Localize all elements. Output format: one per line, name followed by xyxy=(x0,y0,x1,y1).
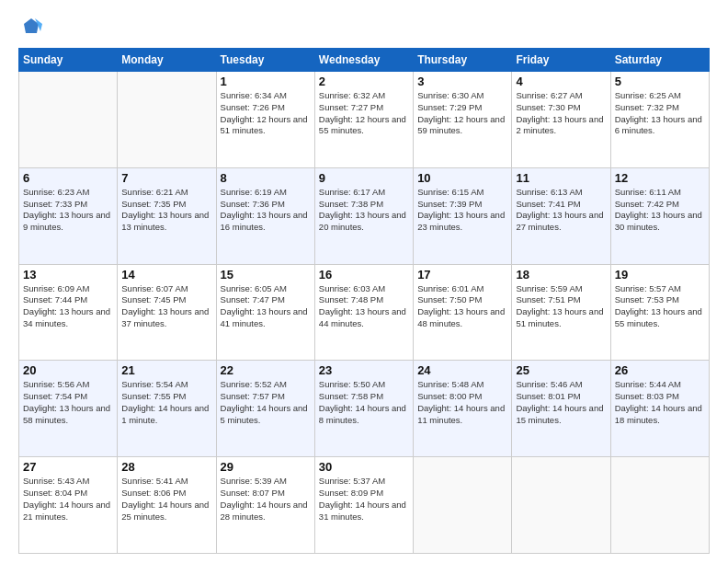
calendar-cell: 17Sunrise: 6:01 AM Sunset: 7:50 PM Dayli… xyxy=(414,264,512,361)
day-info: Sunrise: 5:43 AM Sunset: 8:04 PM Dayligh… xyxy=(23,476,113,523)
header xyxy=(18,15,710,40)
calendar-cell: 13Sunrise: 6:09 AM Sunset: 7:44 PM Dayli… xyxy=(19,264,118,361)
logo-icon xyxy=(18,15,44,40)
day-number: 26 xyxy=(615,363,705,377)
weekday-header-saturday: Saturday xyxy=(610,49,709,72)
calendar-cell: 20Sunrise: 5:56 AM Sunset: 7:54 PM Dayli… xyxy=(19,361,118,457)
calendar-week-row: 13Sunrise: 6:09 AM Sunset: 7:44 PM Dayli… xyxy=(19,264,710,361)
day-info: Sunrise: 5:39 AM Sunset: 8:07 PM Dayligh… xyxy=(221,476,311,523)
day-number: 5 xyxy=(615,75,705,88)
calendar-cell: 28Sunrise: 5:41 AM Sunset: 8:06 PM Dayli… xyxy=(118,457,216,554)
day-number: 10 xyxy=(417,171,507,185)
weekday-header-wednesday: Wednesday xyxy=(314,49,413,72)
day-info: Sunrise: 6:11 AM Sunset: 7:42 PM Dayligh… xyxy=(615,187,705,234)
day-number: 22 xyxy=(221,363,311,377)
day-info: Sunrise: 6:15 AM Sunset: 7:39 PM Dayligh… xyxy=(417,187,507,234)
day-info: Sunrise: 5:41 AM Sunset: 8:06 PM Dayligh… xyxy=(121,476,211,523)
day-number: 24 xyxy=(417,363,507,377)
weekday-header-monday: Monday xyxy=(118,49,216,72)
calendar-cell: 8Sunrise: 6:19 AM Sunset: 7:36 PM Daylig… xyxy=(216,167,314,264)
day-number: 3 xyxy=(417,75,507,88)
day-info: Sunrise: 6:32 AM Sunset: 7:27 PM Dayligh… xyxy=(319,90,409,137)
day-info: Sunrise: 6:30 AM Sunset: 7:29 PM Dayligh… xyxy=(417,90,507,137)
calendar-cell: 5Sunrise: 6:25 AM Sunset: 7:32 PM Daylig… xyxy=(610,72,709,168)
day-number: 23 xyxy=(319,363,409,377)
day-info: Sunrise: 5:50 AM Sunset: 7:58 PM Dayligh… xyxy=(319,379,409,426)
day-info: Sunrise: 6:03 AM Sunset: 7:48 PM Dayligh… xyxy=(319,283,409,330)
day-number: 20 xyxy=(23,363,113,377)
calendar-cell xyxy=(610,457,709,554)
day-number: 11 xyxy=(516,171,606,185)
day-info: Sunrise: 6:25 AM Sunset: 7:32 PM Dayligh… xyxy=(615,90,705,137)
day-number: 25 xyxy=(516,363,606,377)
day-number: 1 xyxy=(221,75,311,88)
calendar-cell: 7Sunrise: 6:21 AM Sunset: 7:35 PM Daylig… xyxy=(118,167,216,264)
day-number: 18 xyxy=(516,268,606,282)
day-info: Sunrise: 6:05 AM Sunset: 7:47 PM Dayligh… xyxy=(221,283,311,330)
day-info: Sunrise: 5:54 AM Sunset: 7:55 PM Dayligh… xyxy=(121,379,211,426)
calendar-cell: 15Sunrise: 6:05 AM Sunset: 7:47 PM Dayli… xyxy=(216,264,314,361)
day-number: 9 xyxy=(319,171,409,185)
calendar-cell xyxy=(118,72,216,168)
day-info: Sunrise: 5:59 AM Sunset: 7:51 PM Dayligh… xyxy=(516,283,606,330)
day-number: 14 xyxy=(121,268,211,282)
calendar-cell: 26Sunrise: 5:44 AM Sunset: 8:03 PM Dayli… xyxy=(610,361,709,457)
day-info: Sunrise: 6:23 AM Sunset: 7:33 PM Dayligh… xyxy=(23,187,113,234)
day-number: 13 xyxy=(23,268,113,282)
day-info: Sunrise: 5:44 AM Sunset: 8:03 PM Dayligh… xyxy=(615,379,705,426)
calendar-week-row: 6Sunrise: 6:23 AM Sunset: 7:33 PM Daylig… xyxy=(19,167,710,264)
day-number: 8 xyxy=(221,171,311,185)
day-number: 27 xyxy=(23,460,113,474)
day-number: 30 xyxy=(319,460,409,474)
calendar-cell: 27Sunrise: 5:43 AM Sunset: 8:04 PM Dayli… xyxy=(19,457,118,554)
weekday-header-thursday: Thursday xyxy=(414,49,512,72)
day-info: Sunrise: 5:37 AM Sunset: 8:09 PM Dayligh… xyxy=(319,476,409,523)
calendar-cell: 2Sunrise: 6:32 AM Sunset: 7:27 PM Daylig… xyxy=(314,72,413,168)
day-info: Sunrise: 6:01 AM Sunset: 7:50 PM Dayligh… xyxy=(417,283,507,330)
weekday-header-row: SundayMondayTuesdayWednesdayThursdayFrid… xyxy=(19,49,710,72)
calendar-cell: 10Sunrise: 6:15 AM Sunset: 7:39 PM Dayli… xyxy=(414,167,512,264)
calendar-cell: 22Sunrise: 5:52 AM Sunset: 7:57 PM Dayli… xyxy=(216,361,314,457)
day-number: 29 xyxy=(221,460,311,474)
day-number: 19 xyxy=(615,268,705,282)
day-number: 28 xyxy=(121,460,211,474)
day-info: Sunrise: 6:09 AM Sunset: 7:44 PM Dayligh… xyxy=(23,283,113,330)
calendar-cell: 30Sunrise: 5:37 AM Sunset: 8:09 PM Dayli… xyxy=(314,457,413,554)
day-info: Sunrise: 6:34 AM Sunset: 7:26 PM Dayligh… xyxy=(221,90,311,137)
calendar-week-row: 1Sunrise: 6:34 AM Sunset: 7:26 PM Daylig… xyxy=(19,72,710,168)
calendar-cell: 23Sunrise: 5:50 AM Sunset: 7:58 PM Dayli… xyxy=(314,361,413,457)
day-number: 16 xyxy=(319,268,409,282)
day-info: Sunrise: 6:27 AM Sunset: 7:30 PM Dayligh… xyxy=(516,90,606,137)
day-info: Sunrise: 5:52 AM Sunset: 7:57 PM Dayligh… xyxy=(221,379,311,426)
day-number: 15 xyxy=(221,268,311,282)
calendar-cell: 1Sunrise: 6:34 AM Sunset: 7:26 PM Daylig… xyxy=(216,72,314,168)
calendar-cell: 29Sunrise: 5:39 AM Sunset: 8:07 PM Dayli… xyxy=(216,457,314,554)
calendar-cell: 16Sunrise: 6:03 AM Sunset: 7:48 PM Dayli… xyxy=(314,264,413,361)
calendar-cell: 9Sunrise: 6:17 AM Sunset: 7:38 PM Daylig… xyxy=(314,167,413,264)
day-number: 12 xyxy=(615,171,705,185)
calendar-cell: 14Sunrise: 6:07 AM Sunset: 7:45 PM Dayli… xyxy=(118,264,216,361)
day-info: Sunrise: 5:48 AM Sunset: 8:00 PM Dayligh… xyxy=(417,379,507,426)
day-number: 4 xyxy=(516,75,606,88)
day-info: Sunrise: 6:17 AM Sunset: 7:38 PM Dayligh… xyxy=(319,187,409,234)
day-number: 21 xyxy=(121,363,211,377)
day-info: Sunrise: 6:21 AM Sunset: 7:35 PM Dayligh… xyxy=(121,187,211,234)
weekday-header-sunday: Sunday xyxy=(19,49,118,72)
logo xyxy=(18,15,48,40)
calendar-cell: 18Sunrise: 5:59 AM Sunset: 7:51 PM Dayli… xyxy=(512,264,610,361)
calendar-cell: 25Sunrise: 5:46 AM Sunset: 8:01 PM Dayli… xyxy=(512,361,610,457)
calendar-cell: 19Sunrise: 5:57 AM Sunset: 7:53 PM Dayli… xyxy=(610,264,709,361)
page: SundayMondayTuesdayWednesdayThursdayFrid… xyxy=(0,0,728,563)
calendar-table: SundayMondayTuesdayWednesdayThursdayFrid… xyxy=(18,48,710,554)
calendar-cell: 12Sunrise: 6:11 AM Sunset: 7:42 PM Dayli… xyxy=(610,167,709,264)
day-number: 2 xyxy=(319,75,409,88)
calendar-cell xyxy=(19,72,118,168)
calendar-cell: 3Sunrise: 6:30 AM Sunset: 7:29 PM Daylig… xyxy=(414,72,512,168)
weekday-header-tuesday: Tuesday xyxy=(216,49,314,72)
day-info: Sunrise: 5:46 AM Sunset: 8:01 PM Dayligh… xyxy=(516,379,606,426)
day-number: 6 xyxy=(23,171,113,185)
day-info: Sunrise: 6:07 AM Sunset: 7:45 PM Dayligh… xyxy=(121,283,211,330)
calendar-cell xyxy=(414,457,512,554)
day-number: 17 xyxy=(417,268,507,282)
weekday-header-friday: Friday xyxy=(512,49,610,72)
